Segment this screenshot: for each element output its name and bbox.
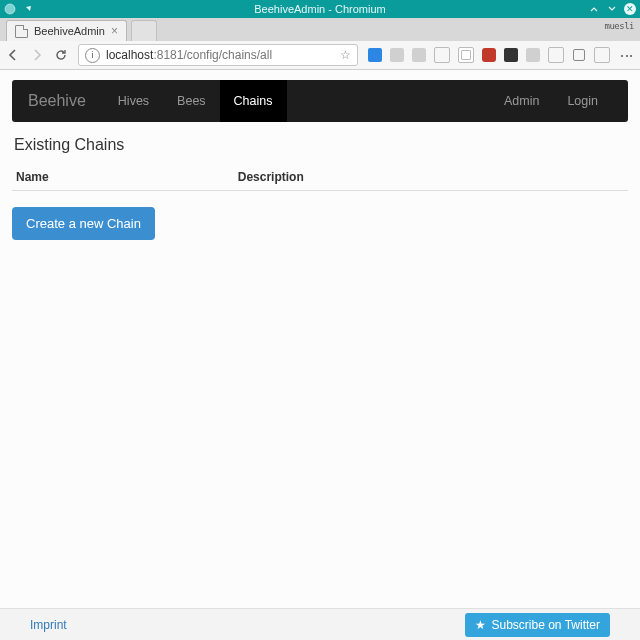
browser-menu-icon[interactable]: ⋮ [620, 49, 634, 62]
extension-icon[interactable] [368, 48, 382, 62]
create-chain-button[interactable]: Create a new Chain [12, 207, 155, 240]
subscribe-label: Subscribe on Twitter [492, 618, 601, 632]
chains-table: Name Description [12, 164, 628, 191]
extension-icon[interactable] [434, 47, 450, 63]
page-body: Beehive Hives Bees Chains Admin Login Ex… [0, 70, 640, 640]
svg-point-0 [5, 4, 15, 14]
cast-icon[interactable] [572, 48, 586, 62]
extension-icon[interactable] [548, 47, 564, 63]
nav-link-hives[interactable]: Hives [104, 80, 163, 122]
imprint-link[interactable]: Imprint [30, 618, 67, 632]
minimize-icon[interactable] [588, 3, 600, 15]
extension-icon[interactable] [504, 48, 518, 62]
col-name: Name [12, 164, 234, 191]
new-tab-button[interactable] [131, 20, 157, 41]
star-icon: ★ [475, 618, 486, 632]
maximize-icon[interactable] [606, 3, 618, 15]
address-bar[interactable]: i localhost:8181/config/chains/all ☆ [78, 44, 358, 66]
brand[interactable]: Beehive [28, 92, 86, 110]
nav-link-login[interactable]: Login [553, 80, 612, 122]
app-navbar: Beehive Hives Bees Chains Admin Login [12, 80, 628, 122]
page-icon [15, 25, 28, 38]
close-icon[interactable]: ✕ [624, 3, 636, 15]
nav-link-chains[interactable]: Chains [220, 80, 287, 122]
reload-icon[interactable] [54, 48, 68, 62]
app-icon [4, 3, 16, 15]
extension-icons [368, 47, 610, 63]
url-path: :8181/config/chains/all [153, 48, 272, 62]
forward-icon [30, 48, 44, 62]
back-icon[interactable] [6, 48, 20, 62]
url-host: localhost [106, 48, 153, 62]
extension-icon[interactable] [594, 47, 610, 63]
tab-close-icon[interactable]: × [111, 25, 118, 37]
extension-icon[interactable] [526, 48, 540, 62]
subscribe-twitter-button[interactable]: ★ Subscribe on Twitter [465, 613, 611, 637]
extension-icon[interactable] [412, 48, 426, 62]
nav-link-admin[interactable]: Admin [490, 80, 553, 122]
pin-icon [22, 3, 34, 15]
bookmark-star-icon[interactable]: ☆ [340, 48, 351, 62]
footer: Imprint ★ Subscribe on Twitter [0, 608, 640, 640]
extension-icon[interactable] [458, 47, 474, 63]
browser-tab[interactable]: BeehiveAdmin × [6, 20, 127, 41]
profile-indicator[interactable]: muesli [604, 21, 634, 31]
extension-icon[interactable] [482, 48, 496, 62]
nav-link-bees[interactable]: Bees [163, 80, 220, 122]
site-info-icon[interactable]: i [85, 48, 100, 63]
page-title: Existing Chains [14, 136, 628, 154]
extension-icon[interactable] [390, 48, 404, 62]
col-description: Description [234, 164, 628, 191]
browser-toolbar: i localhost:8181/config/chains/all ☆ ⋮ [0, 41, 640, 70]
browser-tabstrip: BeehiveAdmin × muesli [0, 18, 640, 41]
os-titlebar: BeehiveAdmin - Chromium ✕ [0, 0, 640, 18]
os-window-title: BeehiveAdmin - Chromium [254, 3, 385, 15]
tab-title: BeehiveAdmin [34, 25, 105, 37]
